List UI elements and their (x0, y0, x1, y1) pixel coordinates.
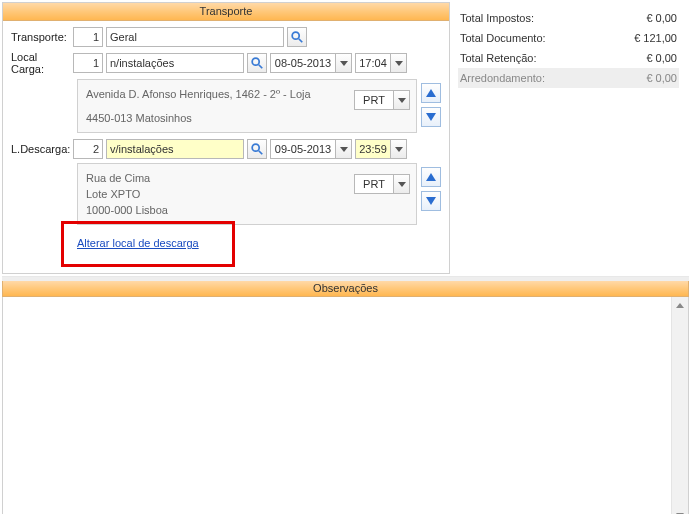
descarga-label: L.Descarga: (11, 143, 73, 155)
search-icon (250, 142, 264, 156)
totals-arredondamento: Arredondamento: € 0,00 (458, 68, 679, 88)
svg-line-5 (259, 151, 263, 155)
row-transporte: Transporte: (11, 27, 441, 47)
chevron-down-icon (395, 147, 403, 152)
carga-num[interactable] (73, 53, 103, 73)
totals-impostos: Total Impostos: € 0,00 (458, 8, 679, 28)
svg-point-2 (252, 58, 259, 65)
obs-scrollbar[interactable] (671, 297, 688, 514)
carga-date[interactable] (270, 53, 336, 73)
transporte-search-button[interactable] (287, 27, 307, 47)
row-carga: Local Carga: (11, 51, 441, 75)
transporte-label: Transporte: (11, 31, 73, 43)
descarga-text[interactable] (106, 139, 244, 159)
arrow-down-icon (426, 113, 436, 121)
carga-label: Local Carga: (11, 51, 73, 75)
scroll-up-button[interactable] (672, 297, 688, 314)
carga-search-button[interactable] (247, 53, 267, 73)
descarga-time-dropdown[interactable] (391, 139, 407, 159)
descarga-addr3: 1000-000 Lisboa (86, 202, 408, 218)
carga-time[interactable] (355, 53, 391, 73)
arrow-up-icon (426, 173, 436, 181)
carga-time-dropdown[interactable] (391, 53, 407, 73)
svg-point-4 (252, 144, 259, 151)
arred-label: Arredondamento: (460, 72, 545, 84)
chevron-down-icon (398, 182, 406, 187)
alterar-descarga-link[interactable]: Alterar local de descarga (77, 237, 199, 249)
descarga-country-dropdown[interactable] (394, 174, 410, 194)
chevron-down-icon (395, 61, 403, 66)
carga-country[interactable] (354, 90, 394, 110)
obs-section: Observações (2, 276, 689, 297)
carga-country-dropdown[interactable] (394, 90, 410, 110)
descarga-down-button[interactable] (421, 191, 441, 211)
arrow-up-icon (426, 89, 436, 97)
arrow-down-icon (426, 197, 436, 205)
descarga-address-block: Rua de Cima Lote XPTO 1000-000 Lisboa (77, 163, 417, 225)
carga-addr2: 4450-013 Matosinhos (86, 110, 408, 126)
descarga-up-button[interactable] (421, 167, 441, 187)
carga-up-button[interactable] (421, 83, 441, 103)
totals-retencao: Total Retenção: € 0,00 (458, 48, 679, 68)
transporte-text[interactable] (106, 27, 284, 47)
chevron-down-icon (398, 98, 406, 103)
chevron-down-icon (340, 61, 348, 66)
chevron-down-icon (340, 147, 348, 152)
descarga-search-button[interactable] (247, 139, 267, 159)
retencao-label: Total Retenção: (460, 52, 536, 64)
chevron-up-icon (676, 303, 684, 308)
descarga-date-dropdown[interactable] (336, 139, 352, 159)
transporte-num[interactable] (73, 27, 103, 47)
carga-date-dropdown[interactable] (336, 53, 352, 73)
documento-label: Total Documento: (460, 32, 546, 44)
row-descarga: L.Descarga: (11, 139, 441, 159)
panel-transporte: Transporte Transporte: Local Carga: (2, 2, 450, 274)
descarga-date[interactable] (270, 139, 336, 159)
panel-transporte-header: Transporte (3, 3, 449, 21)
carga-down-button[interactable] (421, 107, 441, 127)
arred-value: € 0,00 (646, 72, 677, 84)
scroll-down-button[interactable] (672, 507, 688, 514)
impostos-label: Total Impostos: (460, 12, 534, 24)
svg-point-0 (292, 32, 299, 39)
impostos-value: € 0,00 (646, 12, 677, 24)
obs-header: Observações (2, 281, 689, 297)
search-icon (290, 30, 304, 44)
svg-line-1 (299, 39, 303, 43)
documento-value: € 121,00 (634, 32, 677, 44)
obs-textarea[interactable] (2, 297, 689, 514)
retencao-value: € 0,00 (646, 52, 677, 64)
totals-documento: Total Documento: € 121,00 (458, 28, 679, 48)
carga-text[interactable] (106, 53, 244, 73)
carga-address-block: Avenida D. Afonso Henriques, 1462 - 2º -… (77, 79, 417, 133)
descarga-country[interactable] (354, 174, 394, 194)
search-icon (250, 56, 264, 70)
panel-totals: Total Impostos: € 0,00 Total Documento: … (452, 2, 685, 274)
descarga-time[interactable] (355, 139, 391, 159)
svg-line-3 (259, 65, 263, 69)
descarga-num[interactable] (73, 139, 103, 159)
